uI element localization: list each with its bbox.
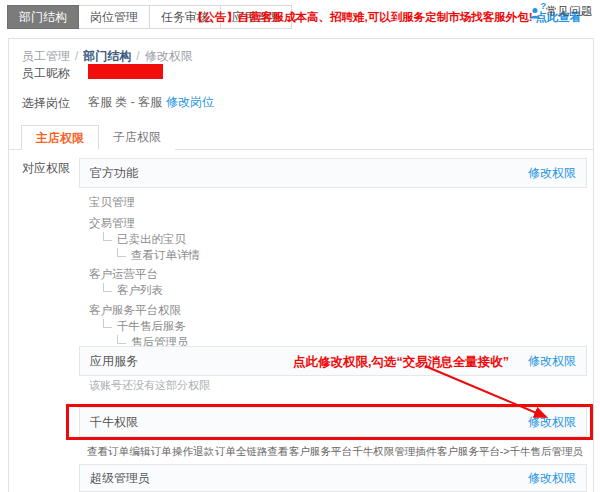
announcement-bar: 【公告】自营客服成本高、招聘难,可以到服务定制市场找客服外包!点此查看 xyxy=(192,10,582,25)
tree-item-item-mgmt: 宝贝管理 xyxy=(89,195,135,210)
edit-permissions-link-super-admin[interactable]: 修改权限 xyxy=(528,470,576,487)
tab-substore-permissions[interactable]: 子店权限 xyxy=(99,125,175,150)
section-super-admin: 超级管理员 修改权限 xyxy=(79,464,587,492)
red-highlight-box: 千牛权限 修改权限 xyxy=(66,404,593,440)
breadcrumb: 员工管理/部门结构/修改权限 xyxy=(22,48,193,65)
official-functions-title: 官方功能 xyxy=(90,165,138,182)
breadcrumb-item-department-structure[interactable]: 部门结构 xyxy=(83,49,131,63)
corresponding-permissions-label: 对应权限 xyxy=(22,160,70,177)
edit-permissions-link-official[interactable]: 修改权限 xyxy=(528,165,576,182)
perm-item-view-order: 查看订单 xyxy=(87,445,129,459)
store-permission-tabs: 主店权限 子店权限 xyxy=(21,125,175,150)
tree-elbow-icon xyxy=(103,319,112,328)
tree-item-customer-service-platform-perms: 客户服务平台权限 xyxy=(89,303,181,318)
perm-item-csp-qianniu-aftersales-admin: 客户服务平台->千牛售后管理员 xyxy=(437,445,583,459)
tab-department-structure[interactable]: 部门结构 xyxy=(7,5,79,29)
faq-link[interactable]: ? 常见问题 xyxy=(529,4,592,19)
position-value: 客服 类 - 客服 xyxy=(88,95,162,109)
red-annotation-text: 点此修改权限,勾选“交易消息全量接收” xyxy=(293,354,509,371)
super-admin-title: 超级管理员 xyxy=(90,470,150,487)
breadcrumb-item-employee-mgmt[interactable]: 员工管理 xyxy=(22,49,70,63)
edit-permissions-link-qianniu[interactable]: 修改权限 xyxy=(528,414,576,431)
section-qianniu-permissions: 千牛权限 修改权限 xyxy=(79,407,587,437)
question-mark-icon: ? xyxy=(541,1,547,11)
tree-item-trade-mgmt: 交易管理 xyxy=(89,216,135,231)
main-panel: 员工管理/部门结构/修改权限 员工昵称 选择岗位 客服 类 - 客服修改岗位 主… xyxy=(8,38,594,492)
app-services-title: 应用服务 xyxy=(90,353,138,370)
employee-nickname-redacted xyxy=(88,64,163,79)
section-official-functions: 官方功能 修改权限 xyxy=(79,158,587,188)
tree-item-qianniu-aftersales-service: 千牛售后服务 xyxy=(89,319,186,334)
perm-item-customer-service-platform: 客户服务平台 xyxy=(289,445,352,459)
tree-elbow-icon xyxy=(117,248,126,257)
breadcrumb-item-edit-permissions: 修改权限 xyxy=(145,49,193,63)
select-position-label: 选择岗位 xyxy=(22,95,70,112)
perm-item-qianniu-perm-plugin: 千牛权限管理插件 xyxy=(352,445,436,459)
position-value-row: 客服 类 - 客服修改岗位 xyxy=(88,94,214,111)
tab-main-store-permissions[interactable]: 主店权限 xyxy=(21,125,99,150)
announcement-text: 【公告】自营客服成本高、招聘难,可以到服务定制市场找客服外包! xyxy=(192,11,533,23)
tree-elbow-icon xyxy=(103,283,112,292)
tab-position-management[interactable]: 岗位管理 xyxy=(78,5,150,29)
perm-item-refund: 操作退款 xyxy=(172,445,214,459)
perm-item-edit-order: 编辑订单 xyxy=(130,445,172,459)
edit-position-link[interactable]: 修改岗位 xyxy=(166,95,214,109)
top-bar: 部门结构 岗位管理 任务审核 应用管理 【公告】自营客服成本高、招聘难,可以到服… xyxy=(0,0,600,34)
qianniu-permissions-title: 千牛权限 xyxy=(90,414,138,431)
breadcrumb-separator: / xyxy=(136,49,139,63)
perm-item-order-full-link-view: 订单全链路查看 xyxy=(215,445,289,459)
tree-item-view-order-details: 查看订单详情 xyxy=(89,248,200,263)
tree-elbow-icon xyxy=(117,335,126,344)
faq-person-icon: ? xyxy=(529,5,543,19)
tree-elbow-icon xyxy=(103,232,112,241)
qianniu-permission-items: 查看订单 编辑订单 操作退款 订单全链路查看 客户服务平台 千牛权限管理插件 客… xyxy=(87,445,583,459)
tree-item-sold-items: 已卖出的宝贝 xyxy=(89,232,186,247)
tree-item-customer-list: 客户列表 xyxy=(89,283,163,298)
tree-item-customer-ops-platform: 客户运营平台 xyxy=(89,267,158,282)
employee-nickname-label: 员工昵称 xyxy=(22,65,70,82)
faq-label: 常见问题 xyxy=(546,4,592,19)
breadcrumb-separator: / xyxy=(75,49,78,63)
no-permissions-hint: 该账号还没有这部分权限 xyxy=(89,378,210,393)
edit-permissions-link-app-services[interactable]: 修改权限 xyxy=(528,353,576,370)
permissions-panel: 官方功能 修改权限 宝贝管理 交易管理 已卖出的宝贝 查看订单详情 客户运营平台… xyxy=(79,158,587,492)
